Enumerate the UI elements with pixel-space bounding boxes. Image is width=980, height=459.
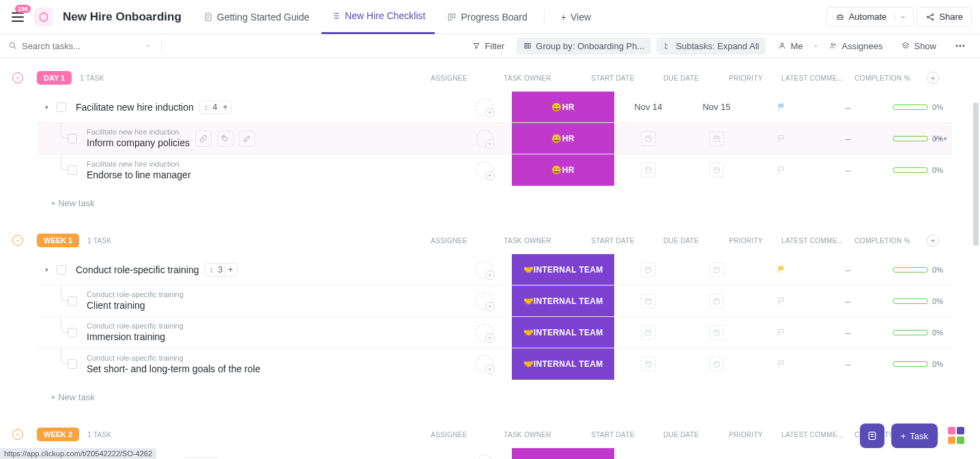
priority-cell[interactable] <box>751 317 812 348</box>
search-wrap[interactable] <box>8 41 152 51</box>
priority-flag-icon[interactable] <box>777 359 786 369</box>
expand-toggle[interactable]: ▾ <box>42 104 51 111</box>
clip-note-button[interactable] <box>860 423 884 448</box>
task-title[interactable]: Inform company policies <box>87 137 190 148</box>
start-date-cell[interactable] <box>614 123 682 154</box>
collapse-group-button[interactable] <box>12 72 23 83</box>
add-view-button[interactable]: + View <box>551 0 601 34</box>
priority-flag-icon[interactable] <box>777 165 786 175</box>
start-date-cell[interactable] <box>614 317 682 348</box>
start-date-cell[interactable] <box>614 348 682 380</box>
subtasks-button[interactable]: Subtasks: Expand All <box>657 38 766 55</box>
due-date-cell[interactable] <box>682 286 751 316</box>
assignee-add[interactable] <box>476 355 493 373</box>
add-column-button[interactable]: + <box>927 234 939 247</box>
subtask-count[interactable]: 3 + <box>205 263 238 277</box>
collapse-group-button[interactable] <box>12 235 23 246</box>
due-date-cell[interactable] <box>682 348 751 380</box>
priority-cell[interactable] <box>751 286 812 316</box>
more-options-button[interactable] <box>949 41 972 51</box>
task-row[interactable]: ▾ Conduct role-specific training 3 + 🤝IN… <box>38 254 952 286</box>
priority-cell[interactable] <box>751 154 812 186</box>
assignees-button[interactable]: Assignees <box>822 38 889 55</box>
scrollbar-thumb[interactable] <box>973 102 979 246</box>
assignee-add[interactable] <box>476 292 493 310</box>
new-task-button[interactable]: + New task <box>0 385 980 409</box>
task-title[interactable]: Endorse to line manager <box>87 169 191 180</box>
subtask-row[interactable]: Conduct role-specific training Client tr… <box>38 286 952 317</box>
edit-button[interactable] <box>239 130 255 147</box>
task-owner-cell[interactable]: 🤝INTERNAL TEAM <box>512 286 614 316</box>
date-picker-empty[interactable] <box>709 294 724 309</box>
date-picker-empty[interactable] <box>641 357 656 372</box>
group-pill[interactable]: WEEK 2 <box>37 428 79 441</box>
assignee-add[interactable] <box>476 324 493 342</box>
tag-button[interactable] <box>217 130 233 147</box>
me-button[interactable]: Me <box>771 38 809 55</box>
start-date-cell[interactable] <box>614 154 682 186</box>
subtask-count[interactable]: 3 + <box>184 457 218 460</box>
due-date-cell[interactable] <box>682 317 751 348</box>
task-owner-cell[interactable]: 😀HR <box>512 448 614 459</box>
subtask-row[interactable]: Conduct role-specific training Set short… <box>38 348 952 380</box>
assignee-add[interactable] <box>476 98 493 116</box>
subtask-row[interactable]: Conduct role-specific training Immersion… <box>38 317 952 348</box>
start-date-cell[interactable]: Nov 14 <box>614 92 682 122</box>
chevron-down-icon[interactable] <box>895 14 910 20</box>
priority-cell[interactable] <box>751 92 812 122</box>
search-input[interactable] <box>22 41 141 51</box>
priority-flag-icon[interactable] <box>777 328 786 337</box>
start-date-cell[interactable]: Nov 14 <box>614 448 682 459</box>
priority-cell[interactable] <box>751 123 812 154</box>
due-date-cell[interactable] <box>682 154 751 186</box>
show-button[interactable]: Show <box>895 38 943 55</box>
task-title[interactable]: Immersion training <box>87 331 184 342</box>
task-owner-cell[interactable]: 😀HR <box>512 154 614 186</box>
date-picker-empty[interactable] <box>641 131 656 146</box>
page-title[interactable]: New Hire Onboarding <box>63 10 182 24</box>
due-date-cell[interactable] <box>682 254 751 285</box>
app-grid-button[interactable] <box>945 423 969 448</box>
scrollbar-track[interactable] <box>973 61 979 444</box>
task-owner-cell[interactable]: 🤝INTERNAL TEAM <box>512 254 614 285</box>
priority-flag-icon[interactable] <box>777 102 786 112</box>
expand-toggle[interactable]: ▾ <box>42 266 51 273</box>
copy-link-button[interactable] <box>195 130 212 147</box>
date-picker-empty[interactable] <box>709 262 724 277</box>
group-pill[interactable]: DAY 1 <box>37 71 72 85</box>
assignee-add[interactable] <box>476 130 493 148</box>
due-date-cell[interactable] <box>682 123 751 154</box>
add-column-button[interactable]: + <box>927 72 939 84</box>
share-button[interactable]: Share <box>917 7 972 27</box>
date-picker-empty[interactable] <box>641 294 656 309</box>
date-picker-empty[interactable] <box>641 262 656 277</box>
start-date-cell[interactable] <box>614 286 682 316</box>
priority-cell[interactable] <box>751 254 812 285</box>
priority-cell[interactable] <box>751 348 812 380</box>
task-checkbox[interactable] <box>57 265 66 275</box>
date-picker-empty[interactable] <box>709 357 724 372</box>
task-title[interactable]: Client training <box>87 300 184 311</box>
new-task-button[interactable]: + Task <box>891 423 938 448</box>
group-by-button[interactable]: Group by: Onboarding Ph... <box>517 38 651 55</box>
main-menu-button[interactable]: 196 <box>8 8 27 27</box>
filter-button[interactable]: Filter <box>465 38 511 55</box>
assignee-add[interactable] <box>476 161 493 179</box>
assignee-add[interactable] <box>476 261 493 279</box>
subtask-row[interactable]: Facilitate new hire induction Endorse to… <box>38 154 952 186</box>
due-date-cell[interactable]: 2/14/23 <box>682 448 751 459</box>
task-row[interactable]: ▾ Track onboarding period 3 + 😀HR Nov 14… <box>38 448 952 459</box>
task-owner-cell[interactable]: 🤝INTERNAL TEAM <box>512 317 614 348</box>
date-picker-empty[interactable] <box>641 163 656 178</box>
subtask-row[interactable]: Facilitate new hire induction Inform com… <box>38 123 952 154</box>
row-more-button[interactable] <box>934 137 947 140</box>
task-title[interactable]: Conduct role-specific training <box>76 264 199 275</box>
subtask-count[interactable]: 4 + <box>199 100 233 114</box>
group-pill[interactable]: WEEK 1 <box>37 234 79 247</box>
priority-flag-icon[interactable] <box>777 265 786 275</box>
view-tab-board[interactable]: Progress Board <box>437 0 536 34</box>
date-picker-empty[interactable] <box>641 325 656 340</box>
new-task-button[interactable]: + New task <box>0 191 980 215</box>
view-tab-checklist[interactable]: New Hire Checklist <box>321 0 435 34</box>
task-title[interactable]: Set short- and long-term goals of the ro… <box>87 363 260 374</box>
